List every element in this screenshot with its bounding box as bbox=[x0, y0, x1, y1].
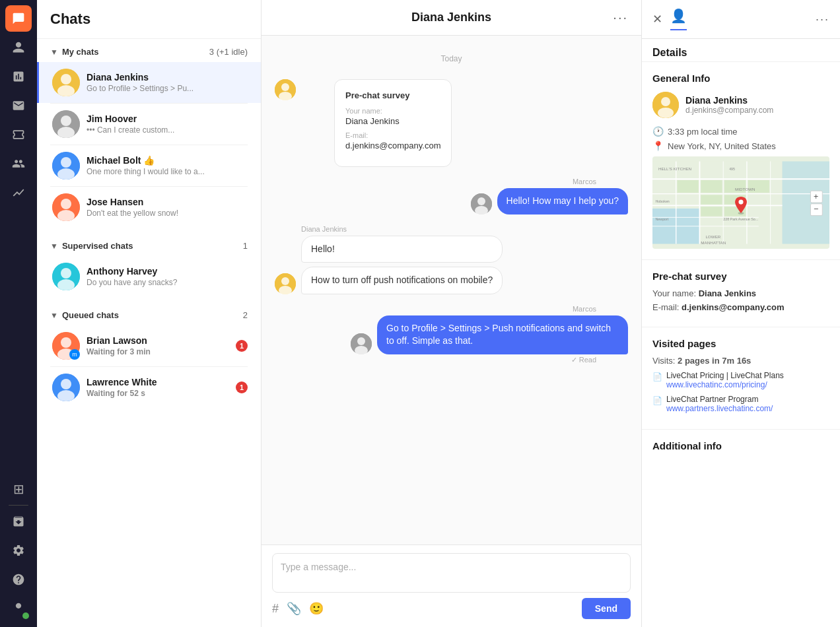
details-panel: ✕ 👤 ··· Details General Info Diana Jenki… bbox=[642, 0, 840, 627]
page-item-2: 📄 LiveChat Partner Program www.partners.… bbox=[652, 395, 829, 413]
chat-item-jose[interactable]: Jose Hansen Don't eat the yellow snow! bbox=[37, 187, 261, 228]
help-nav-item[interactable] bbox=[5, 566, 32, 593]
chat-item-preview-michael: One more thing I would like to a... bbox=[87, 167, 248, 176]
chat-item-preview-jim: ••• Can I create custom... bbox=[87, 125, 248, 135]
location-value: New York, NY, United States bbox=[668, 141, 776, 151]
survey-name-value: Diana Jenkins bbox=[345, 116, 440, 126]
visitors-nav-item[interactable] bbox=[5, 150, 32, 177]
chat-item-michael[interactable]: Michael Bolt 👍 One more thing I would li… bbox=[37, 145, 261, 186]
marcos-avatar bbox=[471, 193, 492, 214]
send-button[interactable]: Send bbox=[582, 598, 631, 619]
svg-point-25 bbox=[477, 197, 485, 205]
svg-text:Newport: Newport bbox=[655, 217, 668, 221]
details-menu-button[interactable]: ··· bbox=[816, 13, 829, 26]
details-title: Details bbox=[652, 47, 687, 58]
icon-nav: ⊞ bbox=[0, 0, 37, 627]
supervised-chats-count: 1 bbox=[243, 241, 248, 251]
chat-toolbar: # 📎 🙂 Send bbox=[272, 598, 631, 619]
chat-item-name-jim: Jim Hoover bbox=[87, 114, 248, 124]
close-button[interactable]: ✕ bbox=[652, 12, 662, 26]
chat-header-menu-button[interactable]: ··· bbox=[613, 10, 628, 25]
svg-point-31 bbox=[357, 337, 365, 345]
page-url-1[interactable]: www.livechatinc.com/pricing/ bbox=[666, 380, 784, 389]
queued-chats-title: Queued chats bbox=[62, 310, 239, 320]
general-info-title: General Info bbox=[652, 73, 829, 84]
tickets-nav-item[interactable] bbox=[5, 121, 32, 148]
survey-email-value: d.jenkins@company.com bbox=[345, 141, 440, 150]
chat-item-name-anthony: Anthony Harvey bbox=[87, 266, 248, 277]
chat-item-content-lawrence: Lawrence White Waiting for 52 s bbox=[87, 377, 229, 398]
visited-pages-section: Visited pages Visits: 2 pages in 7m 16s … bbox=[642, 327, 840, 430]
supervised-chats-section-header: ▼ Supervised chats 1 bbox=[37, 233, 261, 256]
supervised-chats-chevron[interactable]: ▼ bbox=[50, 242, 58, 251]
visited-pages-title: Visited pages bbox=[652, 338, 829, 349]
pre-chat-survey-title: Pre-chat survey bbox=[652, 271, 829, 282]
queued-chats-count: 2 bbox=[243, 310, 248, 320]
chat-header-name: Diana Jenkins bbox=[411, 11, 491, 24]
chat-item-preview-anthony: Do you have any snacks? bbox=[87, 278, 248, 287]
agent-msg-2-sender: Marcos bbox=[275, 305, 596, 313]
chat-item-name-jose: Jose Hansen bbox=[87, 197, 248, 207]
chat-item-jim[interactable]: Jim Hoover ••• Can I create custom... bbox=[37, 104, 261, 145]
svg-text:Hoboken: Hoboken bbox=[655, 199, 669, 203]
agent-msg-2-bubble: Go to Profile > Settings > Push notifica… bbox=[377, 315, 628, 354]
settings-nav-item[interactable] bbox=[5, 537, 32, 564]
chat-main-panel: Diana Jenkins ··· Today Pre-chat survey … bbox=[262, 0, 642, 627]
hashtag-icon[interactable]: # bbox=[272, 602, 279, 616]
apps-nav-item[interactable]: ⊞ bbox=[5, 476, 32, 502]
page-url-2[interactable]: www.partners.livechatinc.com/ bbox=[666, 404, 773, 413]
supervised-chats-title: Supervised chats bbox=[62, 241, 239, 251]
svg-text:−: − bbox=[814, 205, 818, 214]
svg-point-19 bbox=[61, 379, 71, 389]
map-container[interactable]: HELL'S KITCHEN 495 MIDTOWN Hoboken Newpo… bbox=[652, 156, 829, 249]
svg-point-1 bbox=[61, 74, 71, 84]
customer-bubble-1: Hello! bbox=[301, 236, 503, 263]
agents-nav-item[interactable] bbox=[5, 34, 32, 61]
avatar-jose bbox=[52, 193, 80, 221]
avatar-anthony bbox=[52, 263, 80, 290]
chat-item-content-brian: Brian Lawson Waiting for 3 min bbox=[87, 335, 229, 356]
diana-avatar-chat bbox=[275, 273, 296, 294]
emoji-icon[interactable]: 🙂 bbox=[309, 601, 324, 616]
svg-rect-49 bbox=[678, 180, 699, 193]
customer-bubble-2: How to turn off push notifications on mo… bbox=[301, 267, 503, 294]
location-icon: 📍 bbox=[652, 141, 664, 151]
diana-sender-label: Diana Jenkins bbox=[301, 225, 628, 233]
location-row: 📍 New York, NY, United States bbox=[652, 141, 829, 151]
chat-item-name-brian: Brian Lawson bbox=[87, 335, 229, 346]
my-chats-chevron[interactable]: ▼ bbox=[50, 48, 58, 57]
archive-nav-item[interactable] bbox=[5, 508, 32, 535]
survey-message: Pre-chat survey Your name: Diana Jenkins… bbox=[275, 79, 628, 167]
svg-point-7 bbox=[61, 157, 71, 168]
reports-nav-item[interactable] bbox=[5, 63, 32, 90]
inbox-nav-item[interactable] bbox=[5, 92, 32, 119]
chat-list-panel: Chats ▼ My chats 3 (+1 idle) Diana Jenki… bbox=[37, 0, 262, 627]
page-icon-2: 📄 bbox=[652, 396, 662, 405]
chat-nav-item[interactable] bbox=[5, 5, 32, 32]
chat-item-diana[interactable]: Diana Jenkins Go to Profile > Settings >… bbox=[37, 62, 261, 103]
message-input[interactable]: Type a message... bbox=[272, 553, 631, 593]
survey-name-label: Your name: bbox=[345, 107, 440, 115]
chat-item-anthony[interactable]: Anthony Harvey Do you have any snacks? bbox=[37, 256, 261, 297]
page-link-2: LiveChat Partner Program www.partners.li… bbox=[666, 395, 773, 413]
attachment-icon[interactable]: 📎 bbox=[287, 601, 301, 616]
details-title-row: Details bbox=[642, 39, 840, 62]
svg-point-28 bbox=[281, 277, 289, 285]
pre-chat-name-value: Diana Jenkins bbox=[699, 288, 756, 298]
chat-item-brian[interactable]: m Brian Lawson Waiting for 3 min 1 bbox=[37, 325, 261, 366]
chat-item-name-diana: Diana Jenkins bbox=[87, 72, 248, 82]
chat-input-area: Type a message... # 📎 🙂 Send bbox=[262, 544, 641, 627]
chats-title: Chats bbox=[37, 0, 261, 39]
pre-chat-survey-bubble: Pre-chat survey Your name: Diana Jenkins… bbox=[334, 79, 452, 167]
svg-rect-55 bbox=[701, 207, 722, 216]
analytics-nav-item[interactable] bbox=[5, 180, 32, 206]
chat-item-preview-diana: Go to Profile > Settings > Pu... bbox=[87, 84, 248, 93]
user-status-item[interactable] bbox=[5, 595, 32, 622]
agent-msg-2-row: Go to Profile > Settings > Push notifica… bbox=[275, 315, 628, 354]
svg-text:MIDTOWN: MIDTOWN bbox=[735, 187, 755, 191]
chat-item-lawrence[interactable]: Lawrence White Waiting for 52 s 1 bbox=[37, 367, 261, 408]
queued-chats-chevron[interactable]: ▼ bbox=[50, 311, 58, 320]
avatar-diana bbox=[52, 69, 80, 96]
page-title-1: LiveChat Pricing | LiveChat Plans bbox=[666, 371, 784, 380]
profile-tab[interactable]: 👤 bbox=[670, 8, 687, 30]
